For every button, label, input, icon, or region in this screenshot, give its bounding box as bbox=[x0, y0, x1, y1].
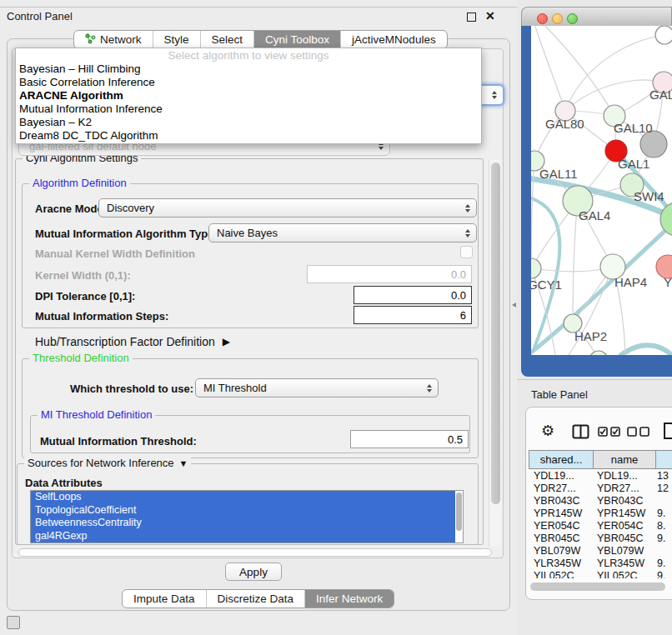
split-columns-icon[interactable] bbox=[572, 424, 589, 439]
table-cell[interactable]: YER054C bbox=[597, 520, 644, 532]
window-minimize-icon[interactable] bbox=[552, 13, 563, 24]
popup-item-basic-correlation[interactable]: Basic Correlation Inference bbox=[16, 76, 481, 89]
table-cell[interactable]: YLR345W bbox=[597, 558, 644, 570]
table-cell[interactable]: YBL079W bbox=[597, 545, 644, 558]
apply-button[interactable]: Apply bbox=[225, 562, 282, 581]
table-cell[interactable]: YIL052C bbox=[534, 570, 574, 578]
gear-icon[interactable]: ⚙ bbox=[541, 422, 554, 440]
settings-vertical-scrollbar-thumb[interactable] bbox=[491, 162, 500, 504]
popup-item-dream8[interactable]: Dream8 DC_TDC Algorithm bbox=[16, 129, 481, 142]
tab-style[interactable]: Style bbox=[153, 31, 200, 48]
table-panel-title: Table Panel bbox=[531, 388, 588, 401]
table-cell[interactable]: YBR045C bbox=[597, 532, 644, 545]
settings-vertical-scrollbar[interactable] bbox=[489, 160, 501, 547]
minimized-panel-button[interactable] bbox=[7, 616, 20, 629]
dpi-tolerance-field[interactable] bbox=[354, 286, 472, 304]
popup-item-bayesian-k2[interactable]: Bayesian – K2 bbox=[16, 116, 481, 129]
close-panel-icon[interactable]: ✕ bbox=[485, 9, 495, 22]
splitter-collapse-arrow[interactable] bbox=[512, 302, 516, 308]
sources-legend[interactable]: Sources for Network Inference ▼ bbox=[24, 457, 191, 469]
mi-steps-field[interactable] bbox=[354, 306, 472, 324]
popup-item-aracne[interactable]: ARACNE Algorithm bbox=[16, 89, 481, 102]
table-cell[interactable]: 8. bbox=[657, 520, 665, 532]
table-cell[interactable]: 9. bbox=[657, 532, 665, 545]
settings-horizontal-scrollbar-thumb[interactable] bbox=[18, 548, 492, 557]
hub-definition-label: Hub/Transcription Factor Definition bbox=[35, 335, 215, 348]
node-label-gcy1: GCY1 bbox=[531, 278, 562, 292]
table-cell[interactable]: YBL079W bbox=[534, 545, 580, 558]
algorithm-definition-legend: Algorithm Definition bbox=[29, 177, 130, 189]
table-rows[interactable]: YDL19... YDL19... 13 YDR27... YDR27... 1… bbox=[529, 469, 672, 578]
tab-cyni-toolbox-label: Cyni Toolbox bbox=[265, 33, 329, 46]
select-all-columns-icon[interactable] bbox=[598, 427, 621, 437]
table-cell[interactable]: YDR27... bbox=[597, 482, 639, 495]
collapsed-arrow-icon: ▶ bbox=[223, 336, 230, 348]
table-cell[interactable]: 12 bbox=[657, 482, 669, 495]
table-cell[interactable]: 13 bbox=[657, 470, 669, 482]
tab-impute-data-label: Impute Data bbox=[133, 592, 195, 605]
algorithm-popup-placeholder: Select algorithm to view settings bbox=[16, 48, 481, 62]
data-attributes-list: SelfLoops TopologicalCoefficient Between… bbox=[30, 490, 464, 543]
table-cell[interactable]: YLR345W bbox=[534, 558, 581, 570]
column-header-name[interactable]: name bbox=[593, 450, 656, 469]
table-cell[interactable]: 9. bbox=[657, 508, 665, 520]
popup-item-mutual-information[interactable]: Mutual Information Inference bbox=[16, 102, 481, 116]
table-cell[interactable]: YPR145W bbox=[597, 508, 645, 520]
table-cell[interactable]: YDR27... bbox=[534, 482, 576, 495]
table-cell[interactable]: YBR045C bbox=[534, 532, 580, 545]
table-cell[interactable]: YBR043C bbox=[597, 495, 644, 508]
node-unlabeled-top[interactable] bbox=[655, 26, 672, 44]
list-item-topologicalcoefficient[interactable]: TopologicalCoefficient bbox=[31, 504, 455, 518]
combo-spinner-icon bbox=[492, 91, 497, 99]
tab-jactivemnodules[interactable]: jActiveMNodules bbox=[340, 31, 447, 48]
list-item-betweennesscentrality[interactable]: BetweennessCentrality bbox=[31, 517, 455, 530]
popup-item-bayesian-hill-climbing[interactable]: Bayesian – Hill Climbing bbox=[16, 62, 481, 76]
network-window-titlebar[interactable] bbox=[521, 7, 672, 26]
window-zoom-icon[interactable] bbox=[567, 13, 578, 24]
kernel-width-label: Kernel Width (0,1): bbox=[35, 269, 131, 282]
node-gcy1[interactable] bbox=[531, 258, 541, 278]
which-threshold-combobox[interactable]: MI Threshold bbox=[195, 378, 439, 398]
table-cell[interactable]: 9. bbox=[657, 570, 665, 578]
combo-spinner-icon bbox=[427, 384, 432, 392]
list-item-gal4rgexp[interactable]: gal4RGexp bbox=[31, 530, 455, 543]
list-item-selfloops[interactable]: SelfLoops bbox=[31, 491, 455, 504]
node-label-gal4: GAL4 bbox=[579, 208, 610, 222]
window-close-icon[interactable] bbox=[537, 13, 548, 24]
tab-select[interactable]: Select bbox=[200, 31, 254, 48]
tab-cyni-toolbox[interactable]: Cyni Toolbox bbox=[253, 31, 340, 48]
node-label-gal11: GAL11 bbox=[539, 167, 578, 181]
column-header-partial[interactable] bbox=[655, 450, 672, 469]
hub-definition-toggle[interactable]: Hub/Transcription Factor Definition ▶ bbox=[35, 335, 230, 348]
new-table-icon[interactable] bbox=[663, 422, 672, 440]
node-unlabeled-bottom[interactable] bbox=[589, 351, 608, 355]
tab-jactivemnodules-label: jActiveMNodules bbox=[352, 33, 436, 46]
control-panel-tabbar: Network Style Select Cyni Toolbox jActiv… bbox=[73, 30, 448, 49]
manual-kernel-width-checkbox[interactable] bbox=[460, 246, 473, 258]
network-graph[interactable]: GAL GAL80 GAL10 GAL1 GAL11 GAL4 SWI4 GCY… bbox=[531, 26, 672, 355]
node-label-hap2: HAP2 bbox=[574, 329, 607, 343]
sources-legend-label: Sources for Network Inference bbox=[28, 457, 174, 469]
deselect-all-columns-icon[interactable] bbox=[627, 427, 650, 437]
tab-discretize-data[interactable]: Discretize Data bbox=[206, 590, 305, 608]
table-cell[interactable]: YER054C bbox=[534, 520, 580, 532]
table-cell[interactable]: YBR043C bbox=[534, 495, 580, 508]
kernel-width-field[interactable] bbox=[307, 265, 472, 283]
list-scrollbar-thumb[interactable] bbox=[456, 492, 462, 531]
table-cell[interactable]: YDL19... bbox=[597, 470, 638, 482]
table-horizontal-scrollbar-thumb[interactable] bbox=[530, 582, 665, 591]
cyni-bottom-tabbar: Impute Data Discretize Data Infer Networ… bbox=[122, 589, 394, 608]
table-cell[interactable]: YPR145W bbox=[534, 508, 582, 520]
mi-algorithm-type-combobox[interactable]: Naive Bayes bbox=[208, 223, 477, 242]
tab-impute-data[interactable]: Impute Data bbox=[123, 590, 206, 608]
aracne-mode-combobox[interactable]: Discovery bbox=[98, 198, 477, 218]
mi-threshold-field[interactable] bbox=[350, 430, 469, 448]
table-cell[interactable]: YDL19... bbox=[534, 470, 574, 482]
table-cell[interactable]: YIL052C bbox=[597, 570, 638, 578]
table-cell[interactable]: 9. bbox=[657, 558, 665, 570]
tab-infer-network[interactable]: Infer Network bbox=[304, 590, 394, 608]
float-panel-icon[interactable] bbox=[467, 12, 476, 22]
tab-style-label: Style bbox=[164, 33, 189, 46]
column-header-shared[interactable]: shared... bbox=[529, 450, 594, 469]
tab-network[interactable]: Network bbox=[74, 31, 153, 48]
